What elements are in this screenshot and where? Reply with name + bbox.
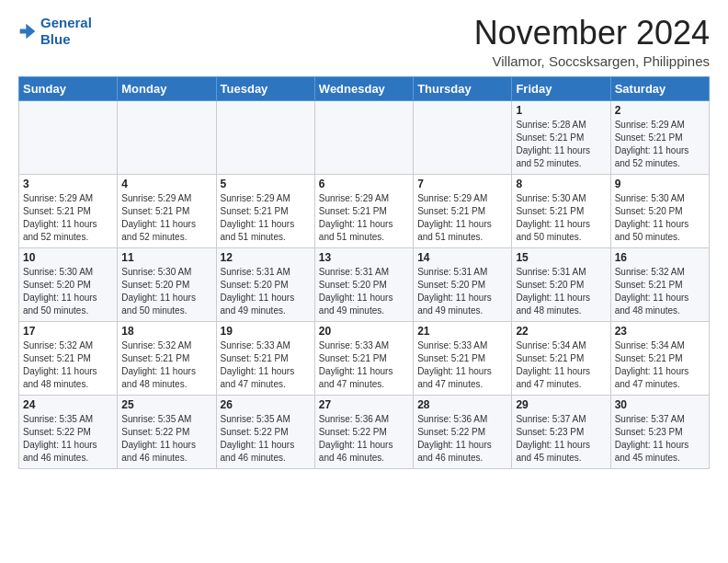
sunrise-label: Sunrise: 5:37 AM: [615, 414, 685, 424]
daylight-label: Daylight: 11 hours and 52 minutes.: [615, 145, 689, 168]
table-row: [314, 100, 413, 174]
table-row: 7 Sunrise: 5:29 AM Sunset: 5:21 PM Dayli…: [414, 174, 512, 247]
sunset-label: Sunset: 5:21 PM: [417, 206, 485, 216]
table-row: [414, 100, 512, 174]
sunrise-label: Sunrise: 5:35 AM: [121, 414, 191, 424]
table-row: 6 Sunrise: 5:29 AM Sunset: 5:21 PM Dayli…: [314, 174, 413, 247]
day-info: Sunrise: 5:29 AM Sunset: 5:21 PM Dayligh…: [221, 192, 311, 244]
table-row: 23 Sunrise: 5:34 AM Sunset: 5:21 PM Dayl…: [610, 321, 709, 395]
day-info: Sunrise: 5:33 AM Sunset: 5:21 PM Dayligh…: [417, 339, 507, 391]
daylight-label: Daylight: 11 hours and 51 minutes.: [417, 219, 492, 242]
logo: General Blue: [18, 15, 92, 48]
sunset-label: Sunset: 5:22 PM: [417, 427, 485, 437]
page: General Blue November 2024 Villamor, Soc…: [0, 0, 728, 484]
day-number: 12: [221, 251, 311, 264]
daylight-label: Daylight: 11 hours and 50 minutes.: [121, 293, 196, 316]
daylight-label: Daylight: 11 hours and 50 minutes.: [516, 219, 590, 242]
sunrise-label: Sunrise: 5:33 AM: [319, 340, 389, 350]
sunset-label: Sunset: 5:22 PM: [319, 427, 387, 437]
table-row: 24 Sunrise: 5:35 AM Sunset: 5:22 PM Dayl…: [19, 395, 118, 468]
day-info: Sunrise: 5:28 AM Sunset: 5:21 PM Dayligh…: [516, 119, 606, 170]
day-info: Sunrise: 5:31 AM Sunset: 5:20 PM Dayligh…: [319, 266, 409, 317]
daylight-label: Daylight: 11 hours and 49 minutes.: [417, 293, 492, 316]
table-row: 19 Sunrise: 5:33 AM Sunset: 5:21 PM Dayl…: [216, 321, 314, 395]
logo-text: General Blue: [40, 15, 92, 48]
table-row: 29 Sunrise: 5:37 AM Sunset: 5:23 PM Dayl…: [512, 395, 610, 468]
table-row: 3 Sunrise: 5:29 AM Sunset: 5:21 PM Dayli…: [19, 174, 118, 247]
day-number: 30: [615, 398, 705, 411]
daylight-label: Daylight: 11 hours and 52 minutes.: [23, 219, 97, 242]
sunrise-label: Sunrise: 5:30 AM: [516, 193, 586, 203]
daylight-label: Daylight: 11 hours and 50 minutes.: [23, 293, 97, 316]
daylight-label: Daylight: 11 hours and 46 minutes.: [417, 440, 492, 463]
logo-line1: General: [40, 15, 92, 30]
sunset-label: Sunset: 5:21 PM: [615, 353, 683, 363]
table-row: 22 Sunrise: 5:34 AM Sunset: 5:21 PM Dayl…: [512, 321, 610, 395]
day-info: Sunrise: 5:35 AM Sunset: 5:22 PM Dayligh…: [23, 413, 113, 465]
sunrise-label: Sunrise: 5:29 AM: [615, 120, 685, 130]
day-info: Sunrise: 5:29 AM Sunset: 5:21 PM Dayligh…: [23, 192, 113, 244]
table-row: 4 Sunrise: 5:29 AM Sunset: 5:21 PM Dayli…: [118, 174, 216, 247]
sunrise-label: Sunrise: 5:33 AM: [221, 340, 290, 350]
table-row: 13 Sunrise: 5:31 AM Sunset: 5:20 PM Dayl…: [314, 247, 413, 321]
sunrise-label: Sunrise: 5:29 AM: [221, 193, 290, 203]
daylight-label: Daylight: 11 hours and 47 minutes.: [221, 366, 295, 389]
table-row: [118, 100, 216, 174]
day-info: Sunrise: 5:30 AM Sunset: 5:21 PM Dayligh…: [516, 192, 606, 244]
daylight-label: Daylight: 11 hours and 52 minutes.: [121, 219, 196, 242]
header-wednesday: Wednesday: [314, 76, 413, 100]
sunrise-label: Sunrise: 5:32 AM: [23, 340, 93, 350]
table-row: 21 Sunrise: 5:33 AM Sunset: 5:21 PM Dayl…: [414, 321, 512, 395]
sunset-label: Sunset: 5:20 PM: [221, 280, 289, 290]
sunset-label: Sunset: 5:22 PM: [121, 427, 189, 437]
day-number: 15: [516, 251, 606, 264]
day-info: Sunrise: 5:31 AM Sunset: 5:20 PM Dayligh…: [516, 266, 606, 317]
table-row: 8 Sunrise: 5:30 AM Sunset: 5:21 PM Dayli…: [512, 174, 610, 247]
day-number: 21: [417, 325, 507, 338]
calendar-header-row: Sunday Monday Tuesday Wednesday Thursday…: [19, 76, 710, 100]
header-saturday: Saturday: [610, 76, 709, 100]
calendar-week-row: 17 Sunrise: 5:32 AM Sunset: 5:21 PM Dayl…: [19, 321, 710, 395]
sunset-label: Sunset: 5:20 PM: [516, 280, 584, 290]
daylight-label: Daylight: 11 hours and 48 minutes.: [121, 366, 196, 389]
day-info: Sunrise: 5:29 AM Sunset: 5:21 PM Dayligh…: [319, 192, 409, 244]
sunrise-label: Sunrise: 5:30 AM: [121, 267, 191, 277]
day-number: 19: [221, 325, 311, 338]
sunset-label: Sunset: 5:21 PM: [23, 206, 91, 216]
day-number: 14: [417, 251, 507, 264]
location-subtitle: Villamor, Soccsksargen, Philippines: [474, 53, 710, 69]
table-row: 14 Sunrise: 5:31 AM Sunset: 5:20 PM Dayl…: [414, 247, 512, 321]
day-info: Sunrise: 5:37 AM Sunset: 5:23 PM Dayligh…: [615, 413, 705, 465]
title-block: November 2024 Villamor, Soccsksargen, Ph…: [474, 15, 710, 69]
sunrise-label: Sunrise: 5:31 AM: [516, 267, 586, 277]
day-number: 27: [319, 398, 409, 411]
sunset-label: Sunset: 5:21 PM: [23, 353, 91, 363]
day-number: 9: [615, 178, 705, 190]
sunrise-label: Sunrise: 5:29 AM: [121, 193, 191, 203]
daylight-label: Daylight: 11 hours and 45 minutes.: [516, 440, 590, 463]
day-info: Sunrise: 5:35 AM Sunset: 5:22 PM Dayligh…: [121, 413, 211, 465]
calendar-week-row: 3 Sunrise: 5:29 AM Sunset: 5:21 PM Dayli…: [19, 174, 710, 247]
day-info: Sunrise: 5:37 AM Sunset: 5:23 PM Dayligh…: [516, 413, 606, 465]
day-number: 13: [319, 251, 409, 264]
sunset-label: Sunset: 5:21 PM: [221, 206, 289, 216]
svg-marker-0: [20, 24, 36, 40]
sunset-label: Sunset: 5:21 PM: [319, 206, 387, 216]
daylight-label: Daylight: 11 hours and 48 minutes.: [23, 366, 97, 389]
daylight-label: Daylight: 11 hours and 48 minutes.: [516, 293, 590, 316]
sunrise-label: Sunrise: 5:35 AM: [23, 414, 93, 424]
daylight-label: Daylight: 11 hours and 52 minutes.: [516, 145, 590, 168]
table-row: 28 Sunrise: 5:36 AM Sunset: 5:22 PM Dayl…: [414, 395, 512, 468]
sunset-label: Sunset: 5:21 PM: [121, 206, 189, 216]
table-row: 30 Sunrise: 5:37 AM Sunset: 5:23 PM Dayl…: [610, 395, 709, 468]
daylight-label: Daylight: 11 hours and 47 minutes.: [319, 366, 393, 389]
sunrise-label: Sunrise: 5:35 AM: [221, 414, 290, 424]
sunrise-label: Sunrise: 5:32 AM: [615, 267, 685, 277]
sunrise-label: Sunrise: 5:30 AM: [23, 267, 93, 277]
table-row: 17 Sunrise: 5:32 AM Sunset: 5:21 PM Dayl…: [19, 321, 118, 395]
daylight-label: Daylight: 11 hours and 51 minutes.: [319, 219, 393, 242]
day-info: Sunrise: 5:29 AM Sunset: 5:21 PM Dayligh…: [417, 192, 507, 244]
day-info: Sunrise: 5:30 AM Sunset: 5:20 PM Dayligh…: [121, 266, 211, 317]
table-row: 9 Sunrise: 5:30 AM Sunset: 5:20 PM Dayli…: [610, 174, 709, 247]
day-number: 28: [417, 398, 507, 411]
